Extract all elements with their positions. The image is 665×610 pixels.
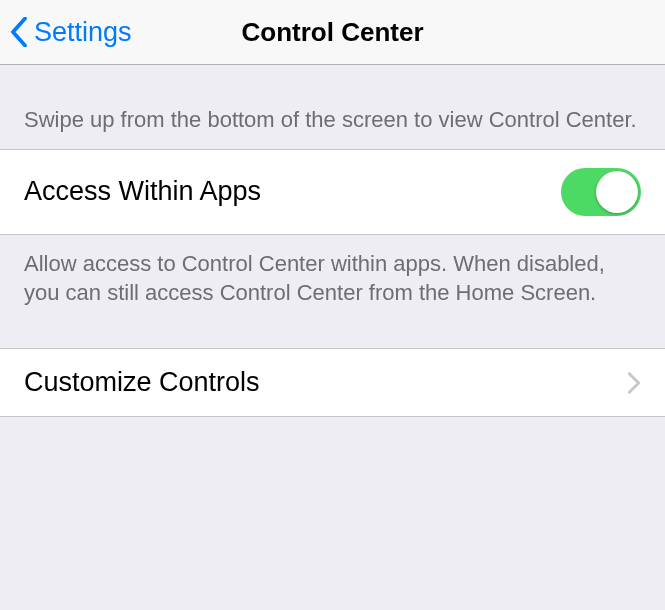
customize-controls-label: Customize Controls [24,367,260,398]
back-label: Settings [34,17,132,48]
navigation-bar: Settings Control Center [0,0,665,65]
access-within-apps-label: Access Within Apps [24,176,261,207]
customize-controls-cell[interactable]: Customize Controls [0,348,665,417]
section-footer-text: Allow access to Control Center within ap… [0,235,665,348]
access-within-apps-cell: Access Within Apps [0,149,665,235]
section-header-text: Swipe up from the bottom of the screen t… [0,65,665,149]
access-within-apps-toggle[interactable] [561,168,641,216]
page-title: Control Center [242,17,424,48]
chevron-right-icon [627,371,641,395]
chevron-left-icon [10,17,28,47]
toggle-knob [596,171,638,213]
back-button[interactable]: Settings [10,17,132,48]
